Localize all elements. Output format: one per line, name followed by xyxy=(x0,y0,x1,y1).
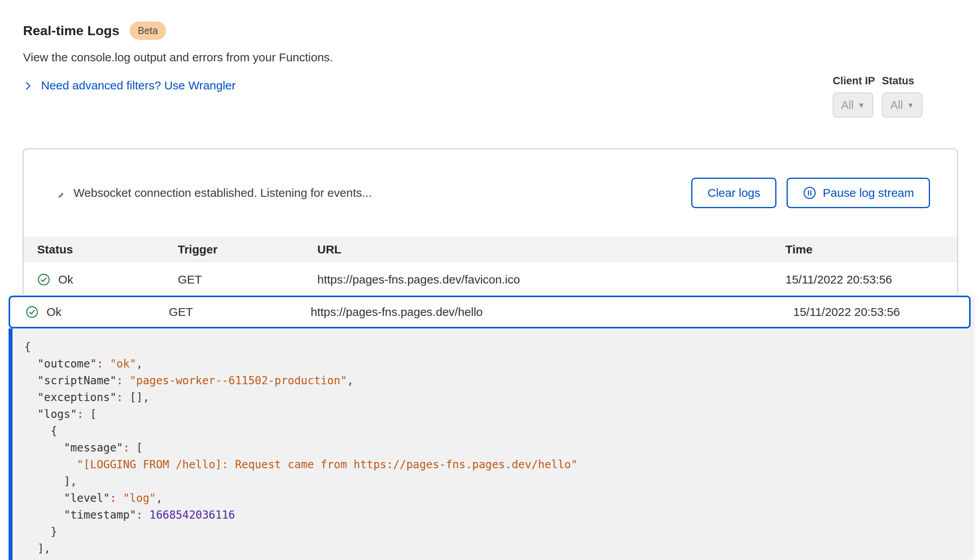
log-detail-panel: { "outcome": "ok", "scriptName": "pages-… xyxy=(9,328,971,560)
caret-down-icon: ▼ xyxy=(907,102,914,109)
title-row: Real-time Logs Beta xyxy=(23,21,957,40)
status-filter-select[interactable]: All ▼ xyxy=(882,93,923,118)
status-filter-value: All xyxy=(890,99,903,112)
pause-log-stream-button[interactable]: Pause log stream xyxy=(787,178,930,208)
clear-logs-button[interactable]: Clear logs xyxy=(691,178,776,208)
row-trigger: GET xyxy=(169,305,311,319)
log-row-hello-selected[interactable]: Ok GET https://pages-fns.pages.dev/hello… xyxy=(9,296,971,328)
row-url: https://pages-fns.pages.dev/hello xyxy=(311,305,793,319)
row-url: https://pages-fns.pages.dev/favicon.ico xyxy=(317,273,785,286)
caret-down-icon: ▼ xyxy=(858,102,865,109)
websocket-status: Websocket connection established. Listen… xyxy=(54,186,372,200)
pause-log-stream-label: Pause log stream xyxy=(823,186,914,200)
column-header-trigger: Trigger xyxy=(178,243,317,256)
pause-circle-icon xyxy=(803,186,817,200)
status-filter-group: Status All ▼ xyxy=(882,75,923,118)
log-detail-json: { "outcome": "ok", "scriptName": "pages-… xyxy=(13,328,971,557)
clear-logs-label: Clear logs xyxy=(707,186,760,200)
row-trigger: GET xyxy=(178,273,317,286)
check-circle-icon xyxy=(25,305,39,319)
log-panel-toolbar: Websocket connection established. Listen… xyxy=(23,149,957,237)
column-header-time: Time xyxy=(785,243,957,256)
realtime-logs-page: Real-time Logs Beta View the console.log… xyxy=(0,0,980,560)
filter-controls: Client IP All ▼ Status All ▼ xyxy=(833,75,923,118)
client-ip-filter-select[interactable]: All ▼ xyxy=(833,93,873,118)
chevron-right-icon xyxy=(23,80,33,91)
row-status-text: Ok xyxy=(46,305,61,319)
row-status-text: Ok xyxy=(58,273,73,286)
wrangler-link-label: Need advanced filters? Use Wrangler xyxy=(41,79,236,92)
expanded-log-entry: Ok GET https://pages-fns.pages.dev/hello… xyxy=(9,296,971,560)
toolbar-buttons: Clear logs Pause log stream xyxy=(691,178,930,208)
log-table-header: Status Trigger URL Time xyxy=(23,237,957,262)
log-row-favicon[interactable]: Ok GET https://pages-fns.pages.dev/favic… xyxy=(23,262,957,297)
row-time: 15/11/2022 20:53:56 xyxy=(793,305,969,319)
beta-badge: Beta xyxy=(130,21,166,40)
filters-row: Need advanced filters? Use Wrangler Clie… xyxy=(23,79,957,93)
status-cell: Ok xyxy=(25,305,169,319)
column-header-status: Status xyxy=(37,243,178,256)
status-filter-label: Status xyxy=(882,75,923,87)
client-ip-filter-value: All xyxy=(841,99,853,112)
log-stream-panel: Websocket connection established. Listen… xyxy=(23,148,958,297)
row-time: 15/11/2022 20:53:56 xyxy=(785,273,957,286)
websocket-status-text: Websocket connection established. Listen… xyxy=(73,186,372,200)
page-title: Real-time Logs xyxy=(23,23,120,38)
page-description: View the console.log output and errors f… xyxy=(23,51,957,64)
column-header-url: URL xyxy=(317,243,785,256)
page-header: Real-time Logs Beta View the console.log… xyxy=(0,0,980,93)
check-circle-icon xyxy=(37,273,50,286)
client-ip-filter-label: Client IP xyxy=(833,75,875,87)
client-ip-filter-group: Client IP All ▼ xyxy=(833,75,875,118)
spinner-icon xyxy=(52,186,65,200)
status-cell: Ok xyxy=(37,273,178,286)
wrangler-advanced-filters-link[interactable]: Need advanced filters? Use Wrangler xyxy=(23,79,236,92)
